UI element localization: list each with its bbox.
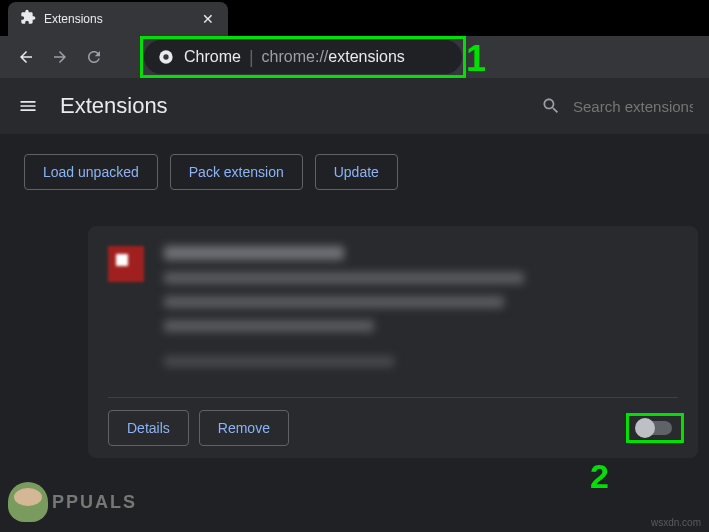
extension-card: Details Remove <box>88 226 698 458</box>
chrome-icon <box>158 49 174 65</box>
browser-toolbar: Chrome | chrome://extensions <box>0 36 709 78</box>
watermark: wsxdn.com <box>651 517 701 528</box>
details-button[interactable]: Details <box>108 410 189 446</box>
svg-point-1 <box>163 54 168 59</box>
extensions-toolbar: Extensions <box>0 78 709 134</box>
search-icon <box>541 96 561 116</box>
pack-extension-button[interactable]: Pack extension <box>170 154 303 190</box>
appuals-avatar-icon <box>8 482 48 522</box>
hamburger-menu-icon[interactable] <box>16 94 40 118</box>
reload-button[interactable] <box>80 43 108 71</box>
extension-toggle[interactable] <box>638 421 672 435</box>
extension-icon <box>108 246 144 282</box>
back-button[interactable] <box>12 43 40 71</box>
search-input[interactable] <box>573 98 693 115</box>
puzzle-icon <box>20 9 36 29</box>
update-button[interactable]: Update <box>315 154 398 190</box>
forward-button[interactable] <box>46 43 74 71</box>
omnibox-label: Chrome <box>184 48 241 66</box>
tab-title: Extensions <box>44 12 192 26</box>
browser-tab[interactable]: Extensions ✕ <box>8 2 228 36</box>
close-icon[interactable]: ✕ <box>200 11 216 27</box>
extension-card-actions: Details Remove <box>108 397 678 446</box>
browser-tab-bar: Extensions ✕ <box>0 0 709 36</box>
annotation-label-2: 2 <box>590 457 609 496</box>
extension-card-content <box>108 246 678 379</box>
remove-button[interactable]: Remove <box>199 410 289 446</box>
extension-meta-redacted <box>164 356 394 367</box>
load-unpacked-button[interactable]: Load unpacked <box>24 154 158 190</box>
url-path: extensions <box>328 48 405 65</box>
omnibox-content: Chrome | chrome://extensions <box>184 47 405 68</box>
appuals-logo: PPUALS <box>8 482 137 522</box>
omnibox-separator: | <box>249 47 254 68</box>
url-scheme: chrome:// <box>262 48 329 65</box>
extension-description-redacted <box>164 272 524 284</box>
extension-name-redacted <box>164 246 344 260</box>
extension-description-redacted <box>164 296 504 308</box>
extensions-page: Extensions Load unpacked Pack extension … <box>0 78 709 532</box>
page-title: Extensions <box>60 93 521 119</box>
address-bar[interactable]: Chrome | chrome://extensions <box>144 40 462 74</box>
search-box <box>541 96 693 116</box>
extension-info <box>164 246 678 379</box>
toggle-knob <box>635 418 655 438</box>
toggle-wrapper <box>632 415 678 441</box>
logo-text: PPUALS <box>52 492 137 513</box>
extension-description-redacted <box>164 320 374 332</box>
action-bar: Load unpacked Pack extension Update <box>0 134 709 210</box>
